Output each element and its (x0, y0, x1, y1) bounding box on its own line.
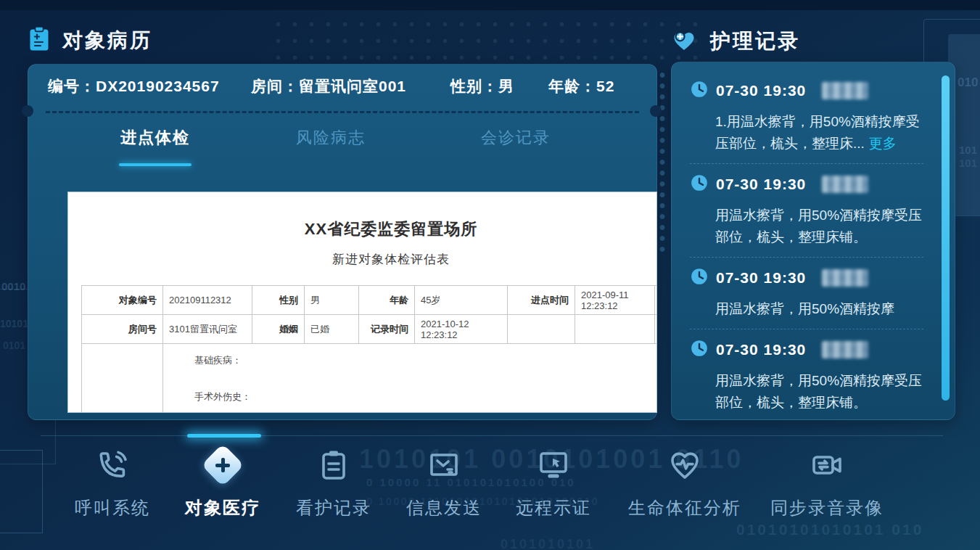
subject-room: 房间：留置讯问室001 (251, 76, 450, 97)
nav-item-vital-signs[interactable]: 生命体征分析 (628, 446, 741, 520)
cell-value: 2021-09-11 12:23:12 (575, 286, 655, 315)
tab-risk-log[interactable]: 风险病志 (296, 127, 366, 149)
active-tab-underline (119, 163, 192, 166)
clock-icon (690, 339, 709, 361)
exam-assessment-document: XX省纪委监委留置场所 新进对象体检评估表 对象编号 202109112312 … (67, 192, 657, 413)
redacted-caregiver-name (822, 176, 868, 193)
nav-item-message-send[interactable]: 信息发送 (406, 446, 482, 520)
cell-empty (655, 315, 658, 344)
binary-decor: 01010101010101 010 (736, 521, 923, 538)
cell-notes: 基础疾病： 手术外伤史： (163, 344, 658, 414)
clipboard-medical-icon (29, 26, 49, 54)
record-time: 07-30 19:30 (716, 176, 806, 193)
binary-decor: 0101 (3, 340, 25, 351)
cell-value: 2021-10-12 12:23:12 (415, 315, 508, 344)
medical-record-panel: 编号：DX20190234567 房间：留置讯问室001 性别：男 年龄：52 … (28, 64, 657, 420)
table-row: 房间号 3101留置讯问室 婚姻 已婚 记录时间 2021-10-12 12:2… (82, 315, 658, 344)
phone-call-icon (75, 446, 150, 485)
binary-decor: 101 (959, 157, 977, 169)
subject-gender: 性别：男 (450, 76, 548, 97)
record-time: 07-30 19:30 (716, 82, 806, 99)
rect-outline-decor (0, 450, 43, 533)
medical-record-header: 对象病历 (29, 26, 152, 54)
subject-age: 年龄：52 (548, 76, 614, 97)
video-camera-icon (770, 446, 884, 485)
heart-plus-icon (671, 28, 697, 55)
dashed-divider (46, 111, 639, 113)
top-strip (0, 0, 980, 10)
nav-label: 对象医疗 (185, 496, 260, 520)
list-item: 07-30 19:30 用温水擦背，用50%酒精按摩 (690, 267, 923, 329)
list-item: 07-30 19:30 1.用温水擦背，用50%酒精按摩受压部位，梳头，整理床.… (690, 80, 923, 164)
cell-label (508, 315, 575, 344)
cell-value: 202109112312 (163, 286, 252, 315)
nav-item-sync-recording[interactable]: 同步录音录像 (770, 446, 884, 520)
binary-decor: 010 (958, 75, 978, 90)
binary-decor: 0010 (1, 280, 25, 292)
document-org-title: XX省纪委监委留置场所 (68, 218, 657, 240)
cell-empty (82, 344, 163, 414)
active-nav-indicator (187, 434, 261, 438)
record-text: 用温水擦背，用50%酒精按摩 (715, 298, 927, 320)
nursing-record-list: 07-30 19:30 1.用温水擦背，用50%酒精按摩受压部位，梳头，整理床.… (690, 80, 923, 420)
section-title-nursing-record: 护理记录 (710, 28, 800, 55)
nav-label: 看护记录 (296, 496, 371, 520)
clock-icon (690, 80, 709, 102)
surgery-history-label: 手术外伤史： (194, 390, 657, 403)
cell-label: 记录时间 (359, 315, 415, 344)
heart-ecg-icon (628, 446, 741, 485)
cell-label: 年龄 (359, 286, 415, 315)
detention-medical-dashboard: 1010101 0010101001 0110 0 10000 11 01010… (0, 0, 980, 550)
record-text: 用温水擦背，用50%酒精按摩受压部位，梳头，整理床铺。 (715, 370, 927, 414)
table-row: 对象编号 202109112312 性别 男 年龄 45岁 进点时间 2021-… (82, 286, 658, 315)
clock-icon (690, 173, 709, 195)
nav-label: 呼叫系统 (75, 496, 150, 520)
cell-value: 男 (305, 286, 359, 315)
tab-entry-physical-exam[interactable]: 进点体检 (120, 127, 190, 149)
subject-info-bar: 编号：DX20190234567 房间：留置讯问室001 性别：男 年龄：52 (48, 76, 639, 97)
section-title-medical-record: 对象病历 (62, 27, 152, 54)
exam-info-table: 对象编号 202109112312 性别 男 年龄 45岁 进点时间 2021-… (81, 285, 657, 413)
nav-item-call-system[interactable]: 呼叫系统 (75, 446, 150, 520)
redacted-caregiver-name (822, 82, 868, 99)
binary-decor: 101 (959, 144, 977, 156)
tab-consultation-records[interactable]: 会诊记录 (481, 127, 551, 149)
record-time: 07-30 19:30 (716, 269, 806, 287)
cell-value: 已婚 (305, 315, 359, 344)
medical-cross-icon (185, 446, 260, 485)
clipboard-icon (296, 446, 371, 485)
cell-empty (655, 286, 658, 315)
dot-grid-decor (270, 16, 705, 71)
list-item: 07-30 19:30 用温水擦背，用50%酒精按摩受压部位，梳头，整理床铺。 (690, 339, 923, 420)
message-send-icon (406, 446, 482, 485)
record-time: 07-30 19:30 (716, 341, 806, 358)
remote-monitor-icon (516, 446, 591, 485)
cell-label: 房间号 (82, 315, 163, 344)
clock-icon (690, 267, 709, 289)
nav-label: 同步录音录像 (770, 496, 884, 520)
nav-label: 远程示证 (516, 496, 591, 520)
cell-label: 对象编号 (82, 286, 163, 315)
scrollbar-thumb[interactable] (942, 75, 950, 401)
nav-label: 信息发送 (406, 496, 482, 520)
nav-item-care-records[interactable]: 看护记录 (296, 446, 371, 520)
binary-decor: 10101 (0, 318, 28, 329)
dot-column-decor (655, 70, 670, 253)
nursing-record-panel: 07-30 19:30 1.用温水擦背，用50%酒精按摩受压部位，梳头，整理床.… (671, 62, 955, 420)
binary-decor: 0101010101 (501, 537, 595, 550)
more-link[interactable]: 更多 (869, 136, 897, 151)
cell-value: 3101留置讯问室 (163, 315, 252, 344)
nav-divider-line (41, 435, 943, 436)
subject-id: 编号：DX20190234567 (48, 76, 251, 97)
panel-notch-left (22, 105, 33, 117)
record-text: 用温水擦背，用50%酒精按摩受压部位，梳头，整理床铺。 (715, 205, 927, 248)
cell-label: 进点时间 (508, 286, 575, 315)
list-item: 07-30 19:30 用温水擦背，用50%酒精按摩受压部位，梳头，整理床铺。 (690, 173, 923, 258)
nursing-record-header: 护理记录 (671, 28, 800, 55)
nav-label: 生命体征分析 (628, 496, 741, 520)
panel-notch-right (650, 105, 662, 117)
nav-item-remote-evidence[interactable]: 远程示证 (516, 446, 591, 520)
nav-item-subject-medical[interactable]: 对象医疗 (185, 446, 260, 520)
basic-disease-label: 基础疾病： (194, 354, 657, 367)
cell-label: 婚姻 (252, 315, 305, 344)
